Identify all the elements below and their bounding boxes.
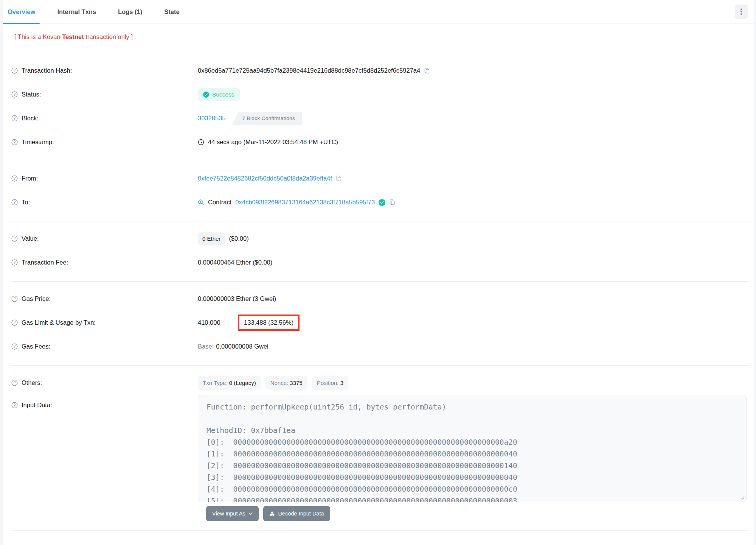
input-data-content: Function: performUpkeep(uint256 id, byte… xyxy=(206,401,738,502)
transaction-fee-value: 0.000400464 Ether ($0.00) xyxy=(198,259,272,266)
help-icon[interactable]: ? xyxy=(11,91,18,98)
help-icon[interactable]: ? xyxy=(11,343,18,350)
chevron-down-icon xyxy=(249,512,253,515)
status-badge: Success xyxy=(198,88,240,101)
copy-icon[interactable] xyxy=(424,67,430,74)
transaction-card: Overview Internal Txns Logs (1) State [ … xyxy=(3,0,754,545)
row-value: ? Value: 0 Ether ($0.00) xyxy=(11,227,749,251)
svg-text:?: ? xyxy=(14,200,16,204)
row-gas-fees: ? Gas Fees: Base: 0.000000008 Gwei xyxy=(11,335,749,358)
usd-value: ($0.00) xyxy=(229,235,248,242)
block-confirmations-badge: 7 Block Confirmations xyxy=(232,112,302,125)
block-number-link[interactable]: 30328535 xyxy=(198,115,225,122)
svg-text:?: ? xyxy=(14,297,16,301)
annotation-box: 133,488 (32.56%) xyxy=(238,315,300,331)
from-address-link[interactable]: 0xfee7522e8482682cf50ddc50a0f8da2a39effa… xyxy=(198,175,332,182)
to-address-link[interactable]: 0x4cb093f226983713164a62138c3f718a5b595f… xyxy=(235,199,375,206)
help-icon[interactable]: ? xyxy=(11,380,18,386)
base-fee-value: 0.000000008 Gwei xyxy=(216,343,269,350)
svg-text:?: ? xyxy=(14,381,16,385)
gas-usage-value: 133,488 (32.56%) xyxy=(244,319,293,326)
help-icon[interactable]: ? xyxy=(11,199,18,206)
divider xyxy=(11,530,749,531)
help-icon[interactable]: ? xyxy=(11,319,18,326)
svg-text:?: ? xyxy=(14,260,16,265)
gas-price-label: Gas Price: xyxy=(22,295,51,302)
divider xyxy=(11,221,749,221)
gas-fees-label: Gas Fees: xyxy=(22,343,50,350)
verified-icon xyxy=(379,199,385,206)
svg-text:?: ? xyxy=(14,92,16,97)
svg-text:?: ? xyxy=(14,321,16,325)
ether-value-badge: 0 Ether xyxy=(198,232,225,245)
base-fee-label: Base: xyxy=(198,343,214,350)
tab-state[interactable]: State xyxy=(160,0,184,23)
help-icon[interactable]: ? xyxy=(11,67,18,74)
block-label: Block: xyxy=(22,115,39,122)
svg-text:?: ? xyxy=(14,344,16,349)
transaction-hash-value: 0x86ed5a771e725aa94d5b7fa2398e4419e216d8… xyxy=(198,67,420,74)
tab-overview[interactable]: Overview xyxy=(3,0,40,23)
decode-input-data-button[interactable]: Decode Input Data xyxy=(263,506,330,521)
input-data-textarea[interactable]: Function: performUpkeep(uint256 id, byte… xyxy=(198,395,747,502)
row-input-data: ? Input Data: Function: performUpkeep(ui… xyxy=(11,395,749,502)
txn-type-badge: Txn Type: 0 (Legacy) xyxy=(198,376,261,390)
more-options-button[interactable] xyxy=(735,5,748,19)
view-input-as-button[interactable]: View Input As xyxy=(206,506,259,521)
success-icon xyxy=(203,92,209,98)
to-label: To: xyxy=(22,199,30,206)
row-block: ? Block: 30328535 7 Block Confirmations xyxy=(11,106,749,130)
divider xyxy=(11,161,749,161)
row-transaction-hash: ? Transaction Hash: 0x86ed5a771e725aa94d… xyxy=(11,59,749,83)
copy-icon[interactable] xyxy=(336,175,342,182)
transaction-fee-label: Transaction Fee: xyxy=(22,259,68,266)
transaction-hash-label: Transaction Hash: xyxy=(22,67,72,74)
help-icon[interactable]: ? xyxy=(11,139,18,145)
divider xyxy=(11,281,749,282)
clock-icon xyxy=(198,139,204,145)
svg-text:?: ? xyxy=(14,237,16,241)
from-label: From: xyxy=(22,175,38,182)
testnet-notice: [ This is a Kovan Testnet transaction on… xyxy=(14,33,754,40)
help-icon[interactable]: ? xyxy=(11,296,18,302)
copy-icon[interactable] xyxy=(389,199,395,206)
svg-text:?: ? xyxy=(14,176,16,181)
svg-text:?: ? xyxy=(14,140,16,144)
divider xyxy=(11,365,749,366)
tab-logs[interactable]: Logs (1) xyxy=(113,0,147,23)
row-timestamp: ? Timestamp: 44 secs ago (Mar-11-2022 03… xyxy=(11,130,749,154)
row-to: ? To: Contract 0x4cb093f226983713164a621… xyxy=(11,190,749,214)
resize-handle-icon[interactable] xyxy=(740,496,745,500)
row-from: ? From: 0xfee7522e8482682cf50ddc50a0f8da… xyxy=(11,167,749,190)
svg-text:?: ? xyxy=(14,69,16,73)
timestamp-value: 44 secs ago (Mar-11-2022 03:54:48 PM +UT… xyxy=(208,139,338,146)
pipe-separator: | xyxy=(224,319,232,326)
help-icon[interactable]: ? xyxy=(11,115,18,121)
timestamp-label: Timestamp: xyxy=(22,139,54,146)
tab-bar: Overview Internal Txns Logs (1) State xyxy=(3,0,754,23)
help-icon[interactable]: ? xyxy=(11,402,18,408)
decode-icon xyxy=(269,511,275,517)
status-label: Status: xyxy=(22,91,41,98)
to-contract-prefix: Contract xyxy=(208,199,231,206)
input-data-label: Input Data: xyxy=(22,402,52,409)
search-plus-icon[interactable] xyxy=(198,199,204,206)
nonce-badge: Nonce: 3375 xyxy=(265,376,307,390)
row-status: ? Status: Success xyxy=(11,83,749,106)
help-icon[interactable]: ? xyxy=(11,235,18,242)
gas-limit-label: Gas Limit & Usage by Txn: xyxy=(22,319,96,326)
position-badge: Position: 3 xyxy=(312,376,348,390)
others-label: Others: xyxy=(22,379,42,386)
help-icon[interactable]: ? xyxy=(11,175,18,182)
svg-text:?: ? xyxy=(14,116,16,120)
gas-limit-value: 410,000 xyxy=(198,319,220,326)
row-gas-price: ? Gas Price: 0.000000003 Ether (3 Gwei) xyxy=(11,287,749,311)
kebab-menu-icon xyxy=(740,8,742,15)
row-gas-limit-usage: ? Gas Limit & Usage by Txn: 410,000 | 13… xyxy=(11,311,749,335)
tab-internal-txns[interactable]: Internal Txns xyxy=(53,0,101,23)
row-others: ? Others: Txn Type: 0 (Legacy) Nonce: 33… xyxy=(11,371,749,395)
row-transaction-fee: ? Transaction Fee: 0.000400464 Ether ($0… xyxy=(11,251,749,274)
help-icon[interactable]: ? xyxy=(11,259,18,266)
svg-text:?: ? xyxy=(14,403,16,407)
input-actions: View Input As Decode Input Data xyxy=(206,506,749,521)
